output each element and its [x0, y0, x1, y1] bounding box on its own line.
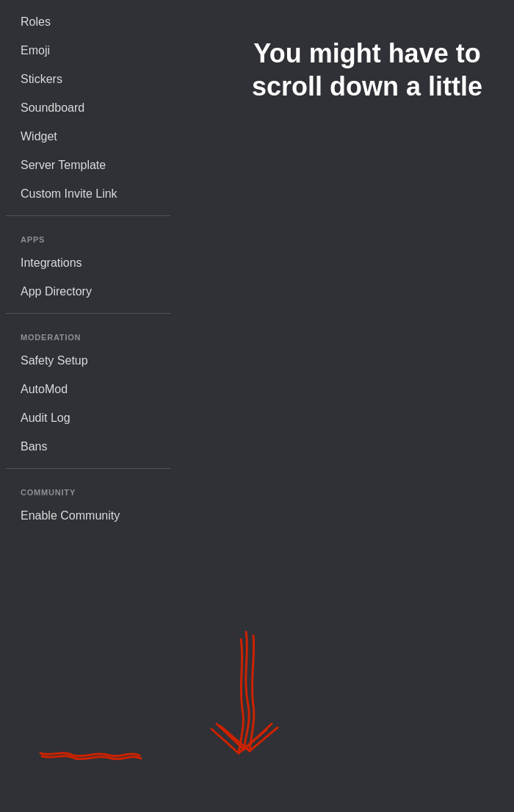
- divider-3: [6, 468, 170, 469]
- section-label-community: COMMUNITY: [6, 476, 170, 501]
- section-label-moderation: MODERATION: [6, 321, 170, 346]
- sidebar-item-soundboard[interactable]: Soundboard: [6, 94, 170, 122]
- sidebar-item-enable-community[interactable]: Enable Community: [6, 502, 170, 530]
- sidebar-item-app-directory[interactable]: App Directory: [6, 278, 170, 306]
- sidebar-item-audit-log[interactable]: Audit Log: [6, 404, 170, 432]
- sidebar-item-safety-setup[interactable]: Safety Setup: [6, 347, 170, 375]
- sidebar-item-roles[interactable]: Roles: [6, 8, 170, 36]
- divider-1: [6, 215, 170, 216]
- sidebar-item-server-template[interactable]: Server Template: [6, 151, 170, 179]
- sidebar-item-stickers[interactable]: Stickers: [6, 65, 170, 93]
- section-label-apps: APPS: [6, 223, 170, 248]
- sidebar-item-automod[interactable]: AutoMod: [6, 376, 170, 403]
- sidebar-item-integrations[interactable]: Integrations: [6, 249, 170, 277]
- annotation-text: You might have to scroll down a little: [228, 37, 507, 103]
- sidebar-item-widget[interactable]: Widget: [6, 123, 170, 151]
- sidebar-item-custom-invite-link[interactable]: Custom Invite Link: [6, 180, 170, 208]
- divider-2: [6, 313, 170, 314]
- sidebar: Roles Emoji Stickers Soundboard Widget S…: [0, 0, 176, 538]
- sidebar-item-emoji[interactable]: Emoji: [6, 37, 170, 65]
- sidebar-item-bans[interactable]: Bans: [6, 433, 170, 461]
